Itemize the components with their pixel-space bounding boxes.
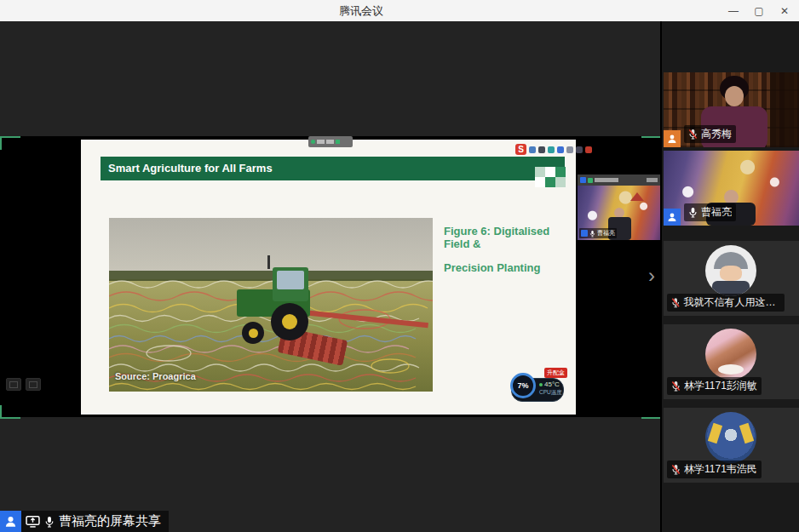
- mic-muted-icon: [671, 380, 681, 392]
- toolbar-icon: [529, 146, 536, 153]
- slide-title: Smart Agriculture for All Farms: [101, 157, 565, 174]
- close-button[interactable]: ✕: [772, 0, 797, 21]
- window-title: 腾讯会议: [0, 0, 722, 21]
- captured-meeting-toolbar-pill: [308, 136, 353, 147]
- cpu-temperature-value: 45°C: [539, 380, 560, 388]
- cpu-usage-gauge: 7%: [510, 373, 536, 398]
- avatar: [705, 329, 756, 380]
- avatar: [705, 245, 756, 296]
- tractor-rear-wheel: [271, 303, 308, 340]
- participant-name: 我就不信有人用这个…: [683, 295, 780, 310]
- toolbar-icon: [538, 146, 545, 153]
- participant-name: 林学1171彭润敏: [684, 379, 757, 393]
- window-controls: — ▢ ✕: [721, 0, 797, 21]
- promo-tag: 升配盒: [544, 368, 567, 378]
- person-icon: [667, 212, 677, 222]
- participant-tile[interactable]: 林学1171彭润敏: [664, 324, 799, 399]
- tractor-front-wheel: [242, 322, 264, 344]
- participant-name: 曹福亮: [701, 205, 732, 220]
- participant-tile[interactable]: 曹福亮: [664, 151, 799, 226]
- capture-border-corner: [0, 136, 20, 150]
- maximize-button[interactable]: ▢: [746, 0, 772, 21]
- participant-name: 林学1171韦浩民: [684, 462, 757, 477]
- tractor-cab: [273, 267, 308, 301]
- presence-icon: [581, 230, 588, 237]
- mic-on-icon: [688, 207, 698, 218]
- share-status-chip: 曹福亮的屏幕共享: [21, 511, 169, 532]
- tractor-field-photo: Source: Proagrica: [109, 218, 433, 392]
- mic-on-icon: [44, 516, 55, 528]
- cpu-monitor-widget: 7% 45°C CPU温度 升配盒: [511, 371, 566, 403]
- share-status-bar: 曹福亮的屏幕共享: [0, 511, 169, 532]
- slide-title-banner: Smart Agriculture for All Farms: [101, 157, 565, 180]
- participant-tile[interactable]: 林学1171韦浩民: [664, 408, 799, 483]
- toolbar-icon: [576, 146, 583, 153]
- participants-sidebar: 高秀梅 曹福亮: [662, 21, 799, 532]
- mic-muted-icon: [688, 129, 698, 140]
- capture-border-corner: [641, 405, 662, 419]
- captured-presenter-video: 曹福亮: [578, 186, 660, 240]
- participant-tile[interactable]: 高秀梅: [664, 72, 799, 147]
- minimize-button[interactable]: —: [721, 0, 746, 21]
- figure-caption-line2: Precision Planting: [444, 261, 572, 274]
- cpu-temperature-label: CPU温度: [539, 389, 562, 397]
- toolbar-icon: [566, 146, 573, 153]
- tractor-exhaust: [267, 255, 270, 269]
- participant-tile[interactable]: 我就不信有人用这个…: [664, 241, 799, 316]
- presence-badge: [664, 209, 681, 226]
- participant-name: 高秀梅: [701, 127, 732, 141]
- green-dot-icon: [311, 140, 315, 144]
- photo-source-credit: Source: Proagrica: [115, 371, 196, 381]
- person-icon: [4, 515, 17, 528]
- captured-window-titlebar: [578, 174, 660, 186]
- mic-muted-icon: [671, 464, 681, 475]
- mic-status-icon: [588, 178, 593, 183]
- captured-meeting-window: 曹福亮: [578, 174, 660, 240]
- tractor-cab-window: [277, 271, 304, 289]
- display-icon: [26, 378, 41, 391]
- figure-caption-line1: Figure 6: Digitalised Field &: [444, 225, 572, 250]
- presentation-slide: Smart Agriculture for All Farms: [81, 140, 576, 415]
- share-status-text: 曹福亮的屏幕共享: [59, 513, 161, 529]
- window-titlebar: 腾讯会议: [0, 0, 799, 21]
- person-icon: [667, 134, 677, 144]
- participant-nameplate: 我就不信有人用这个…: [667, 294, 785, 312]
- toolbar-icon: [557, 146, 564, 153]
- mic-on-icon: [589, 230, 595, 237]
- participant-nameplate: 高秀梅: [684, 125, 736, 143]
- presence-badge: [0, 511, 21, 532]
- green-square-icon: [336, 140, 340, 144]
- screen-share-icon: [26, 515, 40, 528]
- participant-nameplate: 林学1171韦浩民: [667, 460, 762, 478]
- banner-checker-decoration: [535, 167, 566, 187]
- toolbar-icon: [548, 146, 555, 153]
- presence-badge: [664, 130, 681, 147]
- printer-icon: [6, 378, 21, 391]
- mic-muted-icon: [671, 297, 680, 308]
- participant-nameplate: 林学1171彭润敏: [667, 377, 762, 395]
- capture-border-corner: [641, 136, 662, 150]
- member-count-icon: [580, 177, 586, 183]
- avatar: [705, 412, 756, 463]
- meeting-window: 腾讯会议 — ▢ ✕ Smart Agriculture for All Far…: [0, 0, 799, 532]
- captured-presenter-name: 曹福亮: [597, 229, 615, 237]
- capture-border-corner: [0, 405, 20, 419]
- captured-tray-icons: [6, 378, 41, 391]
- participant-nameplate: 曹福亮: [684, 203, 736, 221]
- toolbar-icon: [585, 146, 592, 153]
- captured-presenter-nameplate: 曹福亮: [579, 228, 617, 238]
- chevron-right-icon[interactable]: ›: [642, 260, 661, 293]
- figure-caption: Figure 6: Digitalised Field & Precision …: [444, 225, 572, 285]
- s-logo-icon: S: [515, 144, 526, 155]
- captured-toolbar-icons: S: [515, 144, 592, 155]
